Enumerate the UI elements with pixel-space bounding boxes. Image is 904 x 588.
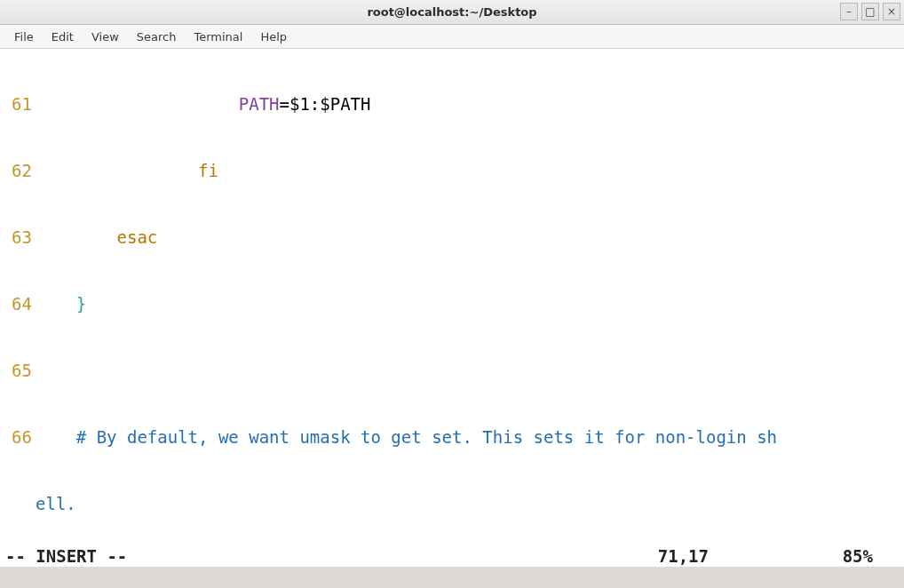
menu-view[interactable]: View (83, 27, 128, 47)
code-line: 63 esac (0, 226, 904, 249)
window-title: root@localhost:~/Desktop (367, 5, 536, 19)
terminal-editor[interactable]: 61 PATH=$1:$PATH 62 fi 63 esac 64 } 65 6… (0, 49, 904, 567)
menu-search[interactable]: Search (128, 27, 186, 47)
minimize-button[interactable]: – (840, 3, 858, 20)
menu-help[interactable]: Help (251, 27, 296, 47)
code-line: 62 fi (0, 160, 904, 182)
vim-cursor-pos: 71,17 (658, 545, 709, 568)
code-line: 64 } (0, 293, 904, 315)
window-controls: – □ × (840, 3, 900, 20)
close-button[interactable]: × (883, 3, 900, 20)
vim-mode: -- INSERT -- (5, 545, 127, 568)
menu-edit[interactable]: Edit (43, 27, 83, 47)
menu-terminal[interactable]: Terminal (185, 27, 251, 47)
vim-status-line: -- INSERT -- 71,17 85% (0, 545, 904, 567)
vim-scroll-pct: 85% (843, 545, 873, 568)
code-line: 61 PATH=$1:$PATH (0, 93, 904, 115)
code-line: 66 # By default, we want umask to get se… (0, 426, 904, 449)
code-line-wrap: ell. (0, 493, 904, 515)
code-line: 65 (0, 360, 904, 382)
menu-file[interactable]: File (5, 27, 43, 47)
window-titlebar: root@localhost:~/Desktop – □ × (0, 0, 904, 25)
menubar: File Edit View Search Terminal Help (0, 25, 904, 49)
maximize-button[interactable]: □ (861, 3, 879, 20)
